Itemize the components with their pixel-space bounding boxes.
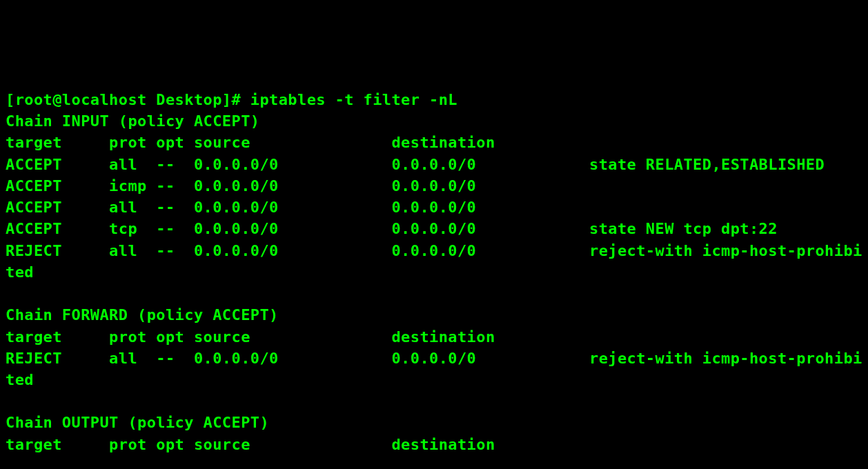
column-header: target prot opt source destination	[6, 134, 495, 151]
rule-line: ACCEPT all -- 0.0.0.0/0 0.0.0.0/0 state …	[6, 156, 825, 173]
shell-prompt: [root@localhost Desktop]#	[6, 91, 250, 108]
rule-line: ACCEPT icmp -- 0.0.0.0/0 0.0.0.0/0	[6, 177, 476, 194]
column-header: target prot opt source destination	[6, 436, 495, 453]
rule-line: ACCEPT all -- 0.0.0.0/0 0.0.0.0/0	[6, 199, 476, 216]
chain-header: Chain FORWARD (policy ACCEPT)	[6, 306, 279, 323]
rule-line: ACCEPT tcp -- 0.0.0.0/0 0.0.0.0/0 state …	[6, 220, 778, 237]
rule-line: REJECT all -- 0.0.0.0/0 0.0.0.0/0 reject…	[6, 350, 862, 388]
chain-header: Chain OUTPUT (policy ACCEPT)	[6, 414, 269, 431]
terminal-output[interactable]: [root@localhost Desktop]# iptables -t fi…	[6, 89, 862, 455]
column-header: target prot opt source destination	[6, 328, 495, 346]
rule-line: REJECT all -- 0.0.0.0/0 0.0.0.0/0 reject…	[6, 242, 862, 281]
command-text: iptables -t filter -nL	[250, 91, 457, 108]
chain-header: Chain INPUT (policy ACCEPT)	[6, 112, 259, 130]
